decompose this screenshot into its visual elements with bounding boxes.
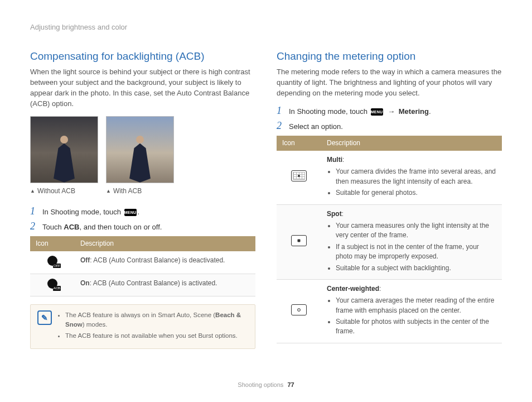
note-icon: ✎ bbox=[37, 310, 52, 325]
menu-icon: MENU bbox=[371, 108, 383, 116]
metering-table: Icon Description Multi: Your camera divi… bbox=[277, 136, 502, 343]
page-footer: Shooting options 77 bbox=[0, 381, 532, 390]
metering-multi-icon bbox=[291, 170, 307, 181]
th-desc: Description bbox=[75, 236, 255, 251]
th-desc: Description bbox=[321, 136, 502, 151]
heading-metering: Changing the metering option bbox=[277, 49, 502, 64]
table-row: Off: ACB (Auto Contrast Balance) is deac… bbox=[30, 251, 255, 274]
menu-icon: MENU bbox=[124, 209, 137, 216]
metering-step-1: 1 In Shooting mode, touch MENU → Meterin… bbox=[277, 106, 502, 117]
acb-on-icon bbox=[47, 279, 57, 289]
left-column: Compensating for backlighting (ACB) When… bbox=[30, 49, 255, 349]
caption-with-acb: ▲With ACB bbox=[106, 186, 174, 196]
heading-acb: Compensating for backlighting (ACB) bbox=[30, 49, 255, 64]
table-row: Spot: Your camera measures only the ligh… bbox=[277, 204, 502, 279]
caption-without-acb: ▲Without ACB bbox=[30, 186, 98, 196]
table-row: Multi: Your camera divides the frame int… bbox=[277, 151, 502, 204]
acb-step-2: 2 Touch ACB, and then touch on or off. bbox=[30, 221, 255, 233]
lead-metering: The metering mode refers to the way in w… bbox=[277, 67, 502, 99]
acb-table: Icon Description Off: ACB (Auto Contrast… bbox=[30, 236, 255, 296]
breadcrumb: Adjusting brightness and color bbox=[30, 22, 502, 33]
lead-acb: When the light source is behind your sub… bbox=[30, 67, 255, 109]
photo-without-acb bbox=[30, 116, 98, 183]
acb-step-1: 1 In Shooting mode, touch MENU. bbox=[30, 206, 255, 218]
acb-off-icon bbox=[47, 256, 57, 266]
right-column: Changing the metering option The meterin… bbox=[277, 49, 502, 349]
table-row: Center-weighted: Your camera averages th… bbox=[277, 279, 502, 343]
metering-spot-icon bbox=[291, 235, 307, 246]
th-icon: Icon bbox=[30, 236, 75, 251]
metering-step-2: 2 Select an option. bbox=[277, 121, 502, 132]
table-row: On: ACB (Auto Contrast Balance) is activ… bbox=[30, 274, 255, 296]
photo-with-acb bbox=[106, 116, 174, 183]
note-item: The ACB feature is not available when yo… bbox=[65, 331, 248, 341]
note-box: ✎ The ACB feature is always on in Smart … bbox=[30, 304, 255, 349]
metering-center-icon bbox=[291, 304, 307, 315]
th-icon: Icon bbox=[277, 136, 321, 151]
note-item: The ACB feature is always on in Smart Au… bbox=[65, 310, 248, 329]
